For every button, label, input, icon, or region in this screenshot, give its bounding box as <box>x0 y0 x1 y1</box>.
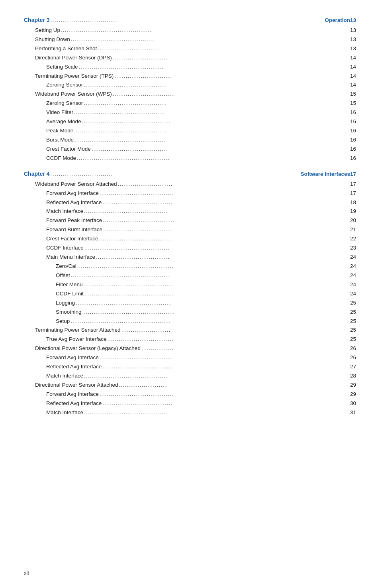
toc-entry-dots: ........................................… <box>77 154 349 163</box>
toc-entry-page: 16 <box>350 136 356 144</box>
toc-entry: Terminating Power Sensor Attached.......… <box>24 326 356 334</box>
toc-entry-label: Smoothing <box>56 308 82 317</box>
toc-entry-page: 24 <box>350 262 356 271</box>
toc-entry: Zeroing Sensor..........................… <box>24 81 356 89</box>
toc-entry-label: True Avg Power Interface <box>46 335 107 344</box>
toc-entry-dots: .......................... <box>121 326 349 334</box>
chapter-block-chapter4: Chapter 4..............................S… <box>24 170 356 417</box>
toc-entry-page: 24 <box>350 253 356 262</box>
toc-entry: Directional Power Sensor (DPS)..........… <box>24 54 356 62</box>
toc-entry: Match Interface.........................… <box>24 207 356 216</box>
toc-entry-label: Match Interface <box>46 372 83 380</box>
toc-entry-page: 25 <box>350 299 356 307</box>
toc-entry: Burst Mode..............................… <box>24 136 356 144</box>
toc-entry: Shutting Down...........................… <box>24 35 356 44</box>
toc-entry-label: Crest Factor Interface <box>46 235 98 243</box>
toc-entry-label: Setup <box>56 317 70 326</box>
toc-entry-page: 15 <box>350 90 356 98</box>
toc-entry-label: Offset <box>56 271 70 280</box>
toc-entry: Forward Avg Interface...................… <box>24 189 356 198</box>
toc-entry-page: 19 <box>350 207 356 216</box>
toc-entry-page: 13 <box>350 35 356 44</box>
toc-entry-dots: ........................................… <box>71 271 349 280</box>
toc-entry-label: Burst Mode <box>46 136 74 144</box>
toc-entry-label: Directional Power Sensor (DPS) <box>35 54 112 62</box>
toc-entry: Setup...................................… <box>24 317 356 326</box>
toc-entry-label: Terminating Power Sensor (TPS) <box>35 72 114 81</box>
chapter-block-chapter3: Chapter 3...............................… <box>24 16 356 163</box>
toc-entry-label: Wideband Power Sensor Attached <box>35 180 117 189</box>
toc-entry: Terminating Power Sensor (TPS)..........… <box>24 72 356 81</box>
toc-entry-page: 26 <box>350 344 356 353</box>
toc-entry-page: 13 <box>350 26 356 35</box>
toc-entry-dots: ........................................… <box>61 26 349 35</box>
toc-entry-dots: ........................................… <box>79 63 349 71</box>
toc-entry-label: Shutting Down <box>35 35 70 44</box>
toc-entry-label: Reflected Avg Interface <box>46 363 102 371</box>
toc-entry-label: Zero/Cal <box>56 262 76 271</box>
toc-entry-label: Zeroing Sensor <box>46 99 83 108</box>
chapter-dots-chapter3: ................................. <box>51 16 324 25</box>
toc-entry-dots: ...................................... <box>99 235 349 243</box>
toc-entry: Directional Power Sensor Attached.......… <box>24 381 356 389</box>
toc-entry-label: Reflected Avg Interface <box>46 199 102 207</box>
toc-entry: Forward Avg Interface...................… <box>24 390 356 399</box>
toc-entry-dots: ........................................ <box>92 145 349 153</box>
chapter-label-chapter4[interactable]: Chapter 4 <box>24 170 50 179</box>
toc-entry-dots: ........................................… <box>74 108 349 117</box>
toc-entry: Performing a Screen Shot................… <box>24 45 356 53</box>
toc-entry-label: Logging <box>56 299 75 307</box>
toc-entry: Filter Menu.............................… <box>24 281 356 289</box>
toc-entry-page: 21 <box>350 226 356 234</box>
toc-entry-label: Reflected Avg Interface <box>46 399 102 408</box>
toc-entry-page: 25 <box>350 317 356 326</box>
toc-entry-dots: ........................................… <box>71 35 349 44</box>
toc-entry-dots: ........................................… <box>82 118 349 126</box>
toc-entry-page: 23 <box>350 244 356 252</box>
toc-entry-dots: ..................................... <box>102 199 349 207</box>
toc-entry-page: 14 <box>350 63 356 71</box>
toc-entry-dots: ........................................… <box>84 81 349 89</box>
toc-entry-page: 24 <box>350 271 356 280</box>
toc-entry-page: 17 <box>350 189 356 198</box>
toc-entry-dots: ........................................… <box>82 308 349 317</box>
toc-entry-dots: ................................... <box>108 335 349 344</box>
toc-entry-page: 17 <box>350 180 356 189</box>
toc-entry: Forward Avg Interface...................… <box>24 354 356 362</box>
toc-entry: True Avg Power Interface................… <box>24 335 356 344</box>
toc-entry-dots: ....................................... <box>96 253 349 262</box>
toc-entry: Main Menu Interface.....................… <box>24 253 356 262</box>
toc-entry-page: 13 <box>350 45 356 53</box>
toc-entry-page: 14 <box>350 54 356 62</box>
toc-entry-page: 30 <box>350 399 356 408</box>
toc-entry-page: 27 <box>350 363 356 371</box>
toc-entry-page: 24 <box>350 290 356 298</box>
toc-entry-label: Crest Factor Mode <box>46 145 91 153</box>
toc-entry-page: 16 <box>350 108 356 117</box>
toc-entry-page: 29 <box>350 390 356 399</box>
toc-entry-dots: ............................. <box>118 180 349 189</box>
toc-entry-page: 25 <box>350 308 356 317</box>
chapter-title-page-chapter3: Operation13 <box>325 16 356 25</box>
toc-entry-page: 20 <box>350 216 356 225</box>
toc-entry-page: 24 <box>350 281 356 289</box>
toc-entry: Average Mode............................… <box>24 118 356 126</box>
toc-entry-page: 26 <box>350 354 356 362</box>
toc-entry-dots: ........................................… <box>84 372 349 380</box>
toc-entry-page: 16 <box>350 118 356 126</box>
toc-entry-page: 16 <box>350 154 356 163</box>
toc-entry: Wideband Power Sensor Attached..........… <box>24 180 356 189</box>
toc-entry-page: 25 <box>350 335 356 344</box>
toc-entry-dots: ............................. <box>113 54 349 62</box>
toc-entry-page: 18 <box>350 199 356 207</box>
toc-entry-label: Forward Burst Interface <box>46 226 102 234</box>
toc-entry: Forward Peak Interface..................… <box>24 216 356 225</box>
toc-entry: Setting Up..............................… <box>24 26 356 35</box>
toc-entry: Crest Factor Interface..................… <box>24 235 356 243</box>
page-footer: xii <box>24 570 29 576</box>
toc-entry-dots: ................................. <box>113 90 349 98</box>
toc-entry-label: Match Interface <box>46 207 83 216</box>
toc-entry-page: 14 <box>350 81 356 89</box>
toc-entry: Match Interface.........................… <box>24 372 356 380</box>
chapter-label-chapter3[interactable]: Chapter 3 <box>24 16 50 25</box>
